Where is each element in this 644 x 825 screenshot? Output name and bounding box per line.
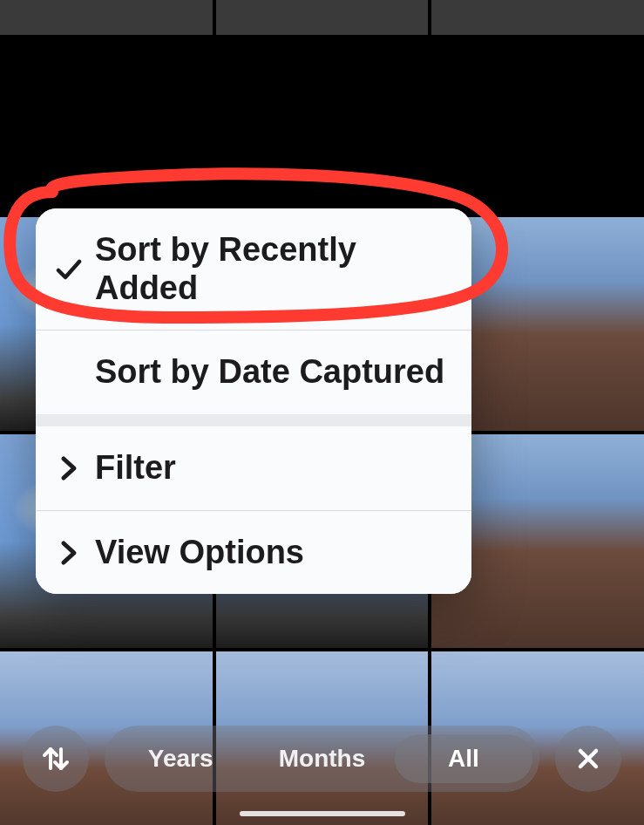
- photo-thumb[interactable]: [0, 0, 213, 35]
- segment-label: All: [448, 745, 479, 772]
- menu-label: View Options: [95, 534, 451, 572]
- home-indicator: [240, 811, 405, 816]
- sort-arrows-icon: [39, 742, 72, 775]
- segment-all[interactable]: All: [395, 734, 532, 783]
- menu-label: Filter: [95, 449, 451, 488]
- segment-label: Years: [148, 745, 214, 772]
- menu-separator: [36, 414, 471, 426]
- segment-months[interactable]: Months: [253, 734, 390, 783]
- segment-label: Months: [279, 745, 366, 772]
- menu-item-sort-recent[interactable]: Sort by Recently Added: [36, 208, 471, 330]
- menu-item-filter[interactable]: Filter: [36, 426, 471, 510]
- chevron-right-icon: [50, 540, 88, 566]
- chevron-right-icon: [50, 455, 88, 481]
- bottom-toolbar: Years Months All: [0, 726, 644, 792]
- sort-filter-menu: Sort by Recently Added Sort by Date Capt…: [36, 208, 471, 594]
- time-scope-segmented: Years Months All: [105, 726, 539, 792]
- menu-label: Sort by Date Captured: [95, 353, 451, 392]
- menu-item-sort-date-captured[interactable]: Sort by Date Captured: [36, 330, 471, 414]
- close-icon: [575, 746, 601, 772]
- photo-thumb[interactable]: [216, 0, 429, 35]
- checkmark-icon: [50, 258, 88, 281]
- sort-button[interactable]: [23, 726, 89, 792]
- menu-item-view-options[interactable]: View Options: [36, 510, 471, 595]
- photos-library-screen: Sort by Recently Added Sort by Date Capt…: [0, 0, 644, 825]
- close-button[interactable]: [555, 726, 621, 792]
- photo-thumb[interactable]: [431, 0, 644, 35]
- menu-label: Sort by Recently Added: [95, 231, 451, 307]
- segment-years[interactable]: Years: [112, 734, 249, 783]
